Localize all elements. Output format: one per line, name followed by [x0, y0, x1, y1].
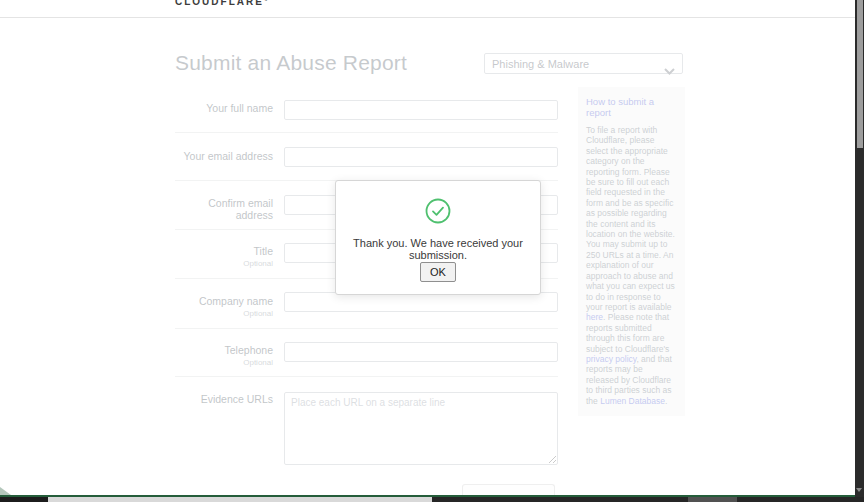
- cloudflare-logo-text: CLOUDFLARE: [175, 0, 264, 7]
- site-header: CLOUDFLARE®: [0, 0, 855, 18]
- bottom-bar-left-gray: [48, 497, 432, 502]
- browser-viewport: CLOUDFLARE® Submit an Abuse Report Phish…: [0, 0, 864, 502]
- modal-message: Thank you. We have received your submiss…: [336, 237, 540, 261]
- horizontal-scrollbar-track[interactable]: [432, 497, 864, 502]
- ok-button[interactable]: OK: [420, 262, 456, 282]
- bottom-bar-left-dark: [0, 497, 48, 502]
- horizontal-scrollbar-thumb[interactable]: [688, 497, 737, 502]
- cloudflare-logo: CLOUDFLARE®: [175, 0, 268, 7]
- scrollbar-down-arrow-icon[interactable]: [856, 488, 862, 492]
- main-content: Submit an Abuse Report Phishing & Malwar…: [0, 18, 855, 495]
- vertical-scrollbar-thumb[interactable]: [857, 0, 863, 148]
- vertical-scrollbar[interactable]: [855, 0, 864, 497]
- check-circle-icon: [425, 198, 451, 224]
- registered-mark: ®: [264, 0, 268, 2]
- submission-confirmation-modal: Thank you. We have received your submiss…: [335, 180, 541, 295]
